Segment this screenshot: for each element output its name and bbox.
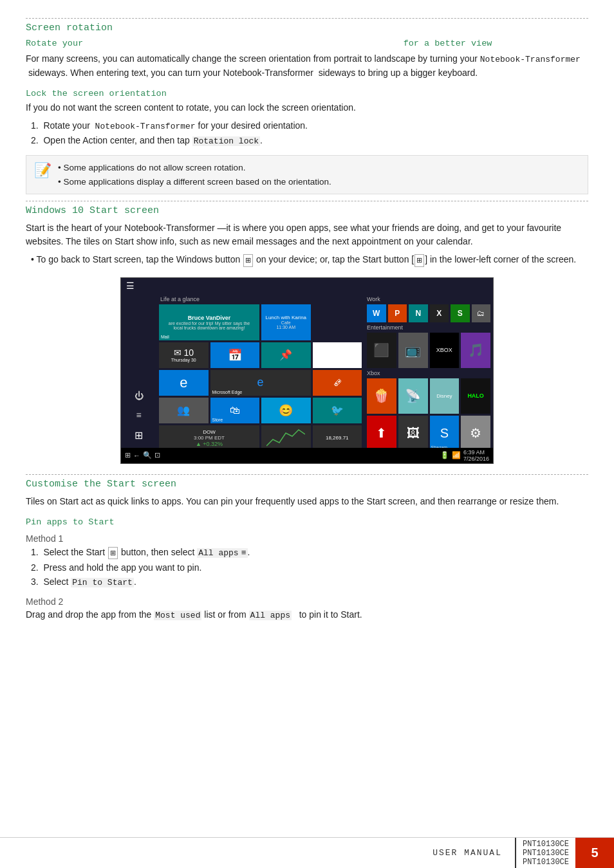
people-tile: 👥 (159, 398, 209, 423)
onenote-tile: N (409, 304, 428, 322)
method1-step-2: 2. Press and hold the app you want to pi… (31, 560, 588, 575)
twitter-tile: 🐦 (313, 398, 362, 423)
finance-tile: DOW 3:00 PM EDT ▲ +0.32% (159, 425, 259, 448)
start-screen-wrapper: ☰ ⏻ ≡ ⊞ Life at a glance Bruce VanDiver (26, 277, 588, 464)
work-tiles-row: W P N X S 🗂 (367, 304, 490, 322)
life-label: Life at a glance (159, 296, 362, 302)
product-line-2: PNT10130CE (523, 849, 569, 858)
power-icon: ⏻ (135, 391, 144, 401)
blank-tile (313, 342, 362, 368)
start-screen-image: ☰ ⏻ ≡ ⊞ Life at a glance Bruce VanDiver (120, 277, 494, 464)
pin-tile: 📌 (261, 342, 311, 368)
tiles-row4: 👥 🛍 Store 😊 🐦 (159, 398, 362, 423)
taskbar-wifi: 📶 (452, 451, 461, 459)
xbox-section-label: Xbox (367, 370, 490, 376)
xbox-tile: ⬛ (367, 333, 396, 368)
top-divider (26, 18, 588, 19)
method2-label: Method 2 (26, 596, 588, 607)
rotate-body: For many screens, you can automatically … (26, 52, 588, 80)
page-number: 5 (575, 838, 614, 868)
calendar-tile: 📅 (210, 342, 260, 368)
start-win-icon: ⊞ (135, 429, 143, 441)
mail-tile-label: Mail (161, 335, 169, 339)
mid-divider (26, 201, 588, 201)
shazam-tile: S Shazam (430, 416, 460, 448)
edge-tile: e (159, 370, 209, 396)
start-left-panel: ⏻ ≡ ⊞ (121, 293, 156, 448)
file-tile: 🗂 (472, 304, 491, 322)
smiley-tile: 😊 (261, 398, 311, 423)
xbox-tiles: 🍿 📡 Disney HALO (367, 378, 490, 414)
chart-tile (261, 425, 311, 448)
taskbar-battery: 🔋 (440, 451, 449, 459)
windows-btn-icon-2: ⊞ (414, 254, 424, 267)
photo-tile: 🖼 (398, 416, 428, 448)
wifi-tile: 📡 (398, 378, 428, 414)
method1-label: Method 1 (26, 533, 588, 544)
lock-steps-list: 1. Rotate your Notebook-Transformer for … (26, 118, 588, 149)
store-label: Store (212, 418, 223, 422)
tv-tile: 📺 (398, 333, 428, 368)
customise-divider (26, 474, 588, 475)
halo-tile: HALO (461, 378, 490, 414)
lock-step-1: 1. Rotate your Notebook-Transformer for … (31, 118, 588, 134)
news-tile: 🗞 (313, 370, 362, 396)
note-line-2: • Some applications display a different … (58, 175, 331, 189)
product-line-1: PNT10130CE (523, 840, 569, 849)
work-label: Work (367, 296, 490, 302)
arrow-tile: ⬆ (367, 416, 396, 448)
taskbar-search: 🔍 (143, 451, 152, 459)
word-tile: W (367, 304, 386, 322)
user-manual-label: USER MANUAL (433, 848, 502, 858)
ent-tiles-grid: ⬛ 📺 XBOX 🎵 (367, 333, 490, 368)
list-icon: ≡ (136, 410, 141, 420)
lock-screen-heading: Lock the screen orientation (26, 89, 588, 98)
taskbar-win-btn: ⊞ (125, 451, 131, 459)
lock-body: If you do not want the screen content to… (26, 101, 588, 115)
taskbar-time: 6:39 AM7/26/2016 (463, 449, 489, 462)
method1-steps: 1. Select the Start ⊞ button, then selec… (26, 545, 588, 590)
page-content: Screen rotation Rotate your for a better… (0, 0, 614, 622)
tiles-row3: e e Microsoft Edge 🗞 (159, 370, 362, 396)
rotate-heading-right: for a better view (307, 39, 588, 48)
excel-tile: X (430, 304, 449, 322)
rotate-heading-left: Rotate your (26, 39, 307, 48)
taskbar-back: ← (133, 452, 140, 459)
start-middle-panel: Life at a glance Bruce VanDiver are exci… (156, 293, 364, 448)
taskbar-task: ⊡ (154, 451, 160, 459)
customise-body: Tiles on Start act as quick links to app… (26, 495, 588, 508)
finance-num-tile: 18,269.71 (313, 425, 362, 448)
msedge-label: Microsoft Edge (212, 390, 243, 394)
footer-left: USER MANUAL (0, 838, 515, 868)
windows10-bullets: To go back to Start screen, tap the Wind… (26, 252, 588, 267)
lunch-tile: Lunch with Karina Cafe 11:30 AM (261, 304, 311, 340)
lock-step-2: 2. Open the Action center, and then tap … (31, 133, 588, 149)
store-tile: 🛍 Store (210, 398, 260, 423)
note-icon: 📝 (34, 162, 51, 179)
ent-row3: ⬆ 🖼 S Shazam ⚙ (367, 416, 490, 448)
tiles-row1: Bruce VanDiver are excited for our trip!… (159, 304, 362, 340)
method1-step-3: 3. Select Pin to Start. (31, 575, 588, 590)
disney-tile: Disney (430, 378, 460, 414)
pin-apps-heading: Pin apps to Start (26, 517, 588, 527)
msedge-tile: e Microsoft Edge (210, 370, 311, 396)
note-line-1: • Some applications do not allow screen … (58, 161, 331, 175)
start-top-bar: ☰ (121, 278, 493, 293)
mail-tile: Bruce VanDiver are excited for our trip!… (159, 304, 259, 340)
start-right-panel: Work W P N X S 🗂 Entertainment ⬛ 📺 (364, 293, 493, 448)
start-main: ⏻ ≡ ⊞ Life at a glance Bruce VanDiver ar… (121, 293, 493, 448)
start-btn-icon: ⊞ (108, 547, 118, 560)
product-line-3: PNT10130CE (523, 858, 569, 867)
windows10-bullet-1: To go back to Start screen, tap the Wind… (31, 252, 588, 267)
windows10-body: Start is the heart of your Notebook-Tran… (26, 221, 588, 248)
ppt-tile: P (388, 304, 407, 322)
tiles-row5: DOW 3:00 PM EDT ▲ +0.32% 18,269.71 (159, 425, 362, 448)
screen-rotation-heading: Screen rotation (26, 23, 588, 33)
method1-step-1: 1. Select the Start ⊞ button, then selec… (31, 545, 588, 560)
music-tile: 🎵 (461, 333, 490, 368)
hamburger-icon: ☰ (126, 281, 135, 291)
method2-body: Drag and drop the app from the Most used… (26, 608, 588, 622)
xbox2-tile: XBOX (430, 333, 460, 368)
tiles-row2: ✉ 10 Thursday 30 📅 📌 (159, 342, 362, 368)
page-footer: USER MANUAL PNT10130CE PNT10130CE PNT101… (0, 837, 614, 868)
